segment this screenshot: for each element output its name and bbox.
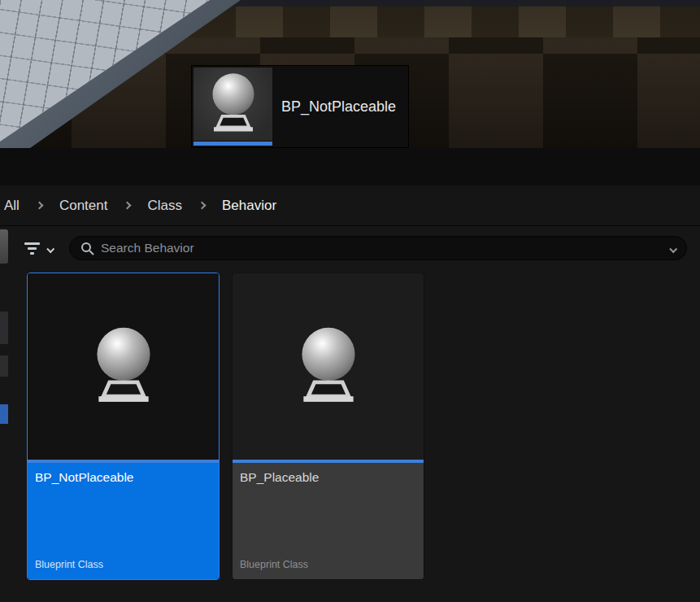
asset-type-color-bar	[193, 142, 272, 146]
asset-thumbnail	[233, 273, 424, 460]
breadcrumb-item-content[interactable]: Content	[59, 198, 108, 214]
sources-panel-edge-button[interactable]	[0, 229, 8, 264]
sources-panel-selected-item-edge[interactable]	[0, 404, 8, 424]
asset-view: BP_NotPlaceable Blueprint Class BP_Place…	[0, 226, 700, 602]
unreal-editor-screen: BP_NotPlaceable All Content Class Behavi…	[0, 0, 700, 602]
chevron-down-icon	[46, 245, 54, 253]
breadcrumb-item-behavior[interactable]: Behavior	[222, 198, 276, 214]
search-input[interactable]	[101, 241, 663, 255]
search-icon	[80, 242, 94, 255]
blueprint-actor-icon	[291, 325, 366, 408]
search-field[interactable]	[69, 236, 687, 260]
asset-name: BP_Placeable	[240, 470, 416, 485]
breadcrumb: All Content Class Behavior	[0, 185, 700, 226]
breadcrumb-item-all[interactable]: All	[4, 198, 20, 214]
search-row	[24, 236, 687, 260]
filter-button[interactable]	[24, 242, 53, 255]
asset-thumbnail	[28, 273, 219, 460]
chevron-right-icon	[124, 202, 132, 210]
asset-label-area: BP_NotPlaceable Blueprint Class	[28, 463, 219, 579]
asset-thumbnail	[192, 66, 272, 147]
blueprint-actor-icon	[204, 72, 263, 137]
chevron-right-icon	[35, 202, 43, 210]
sources-panel-item-edge[interactable]	[0, 312, 8, 344]
drag-preview-tooltip: BP_NotPlaceable	[191, 65, 409, 148]
filter-funnel-icon	[24, 242, 40, 255]
chevron-right-icon	[198, 202, 207, 210]
asset-name: BP_NotPlaceable	[35, 470, 211, 485]
asset-tile-bp-notplaceable[interactable]: BP_NotPlaceable Blueprint Class	[27, 273, 220, 580]
blueprint-actor-icon	[86, 325, 161, 408]
asset-type-label: Blueprint Class	[240, 559, 416, 570]
drag-preview-label: BP_NotPlaceable	[281, 98, 396, 116]
sources-panel-item-edge[interactable]	[0, 356, 8, 377]
content-browser-toolbar	[0, 148, 700, 185]
asset-label-area: BP_Placeable Blueprint Class	[233, 463, 424, 579]
asset-type-label: Blueprint Class	[35, 559, 211, 570]
breadcrumb-item-class[interactable]: Class	[147, 198, 182, 214]
chevron-down-icon[interactable]	[669, 245, 677, 253]
level-viewport[interactable]: BP_NotPlaceable	[0, 0, 700, 148]
asset-tile-bp-placeable[interactable]: BP_Placeable Blueprint Class	[232, 273, 424, 580]
blueprint-thumbnail	[193, 68, 272, 141]
